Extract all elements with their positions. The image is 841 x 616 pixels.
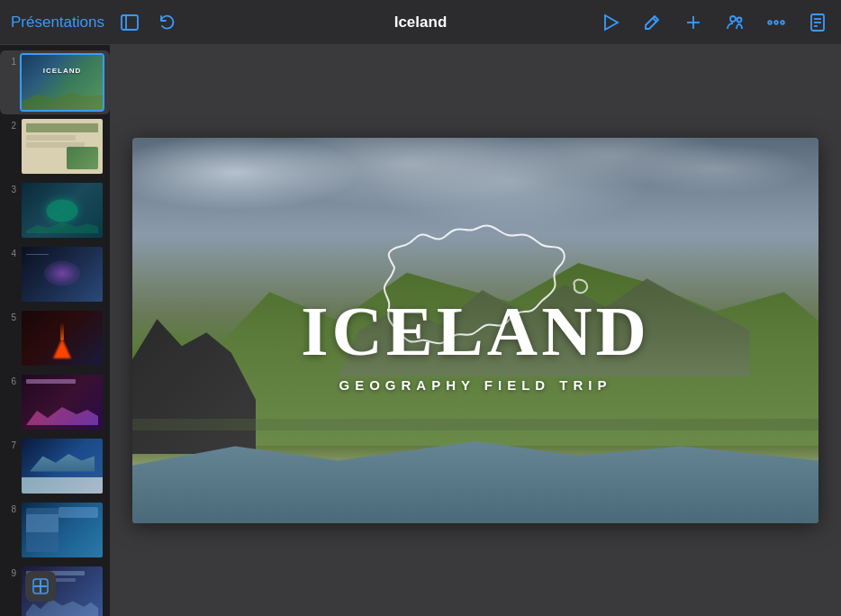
slide-item[interactable]: 5 [0, 306, 110, 370]
slide-item[interactable]: 2 [0, 114, 110, 178]
slide-thumbnail: ————— [20, 245, 104, 303]
document-icon[interactable] [805, 10, 830, 35]
undo-icon[interactable] [155, 10, 180, 35]
play-icon[interactable] [598, 10, 623, 35]
slide-item[interactable]: 4 ————— [0, 242, 110, 306]
toolbar-center: Iceland [284, 14, 556, 32]
toolbar-right [557, 10, 830, 35]
slide-panel-container: 1 ICELAND 2 [0, 45, 110, 616]
canvas-area: ICELAND GEOGRAPHY FIELD TRIP [110, 45, 841, 616]
collaborate-icon[interactable] [722, 10, 747, 35]
svg-point-6 [730, 16, 736, 22]
slide-thumbnail [20, 373, 104, 431]
sidebar-toggle-icon[interactable] [117, 10, 142, 35]
slide-subtitle: GEOGRAPHY FIELD TRIP [301, 377, 650, 393]
slide-thumbnail [20, 309, 104, 367]
slide-number: 5 [2, 313, 16, 322]
presentations-button[interactable]: Présentations [11, 14, 104, 32]
slide-item[interactable]: 1 ICELAND [0, 50, 110, 114]
slide-canvas: ICELAND GEOGRAPHY FIELD TRIP [132, 138, 818, 523]
svg-point-9 [774, 21, 778, 24]
toolbar-left: Présentations [11, 10, 284, 35]
svg-point-10 [781, 21, 784, 24]
slide-item[interactable]: 3 [0, 178, 110, 242]
slide-thumbnail [20, 501, 104, 559]
main-area: 1 ICELAND 2 [0, 45, 841, 616]
slide-item[interactable]: 8 [0, 498, 110, 562]
svg-rect-0 [122, 15, 138, 30]
slide-number: 7 [2, 440, 16, 450]
slide-panel: 1 ICELAND 2 [0, 45, 110, 616]
svg-marker-2 [605, 15, 618, 30]
slide-item[interactable]: 7 [0, 434, 110, 498]
slide-number: 3 [2, 185, 16, 195]
more-icon[interactable] [764, 10, 789, 35]
slide-thumbnail: ICELAND [20, 53, 104, 112]
slide-number: 9 [2, 568, 16, 578]
svg-point-7 [737, 17, 741, 22]
slide-number: 6 [2, 376, 16, 386]
slide-number: 1 [2, 57, 16, 67]
slide-number: 2 [2, 121, 16, 131]
svg-point-8 [768, 21, 772, 24]
slide-main-title: ICELAND [301, 296, 650, 367]
slide-thumbnail [20, 181, 104, 240]
slide-number: 4 [2, 249, 16, 258]
add-icon[interactable] [681, 10, 706, 35]
slide-item[interactable]: 6 [0, 370, 110, 434]
toolbar: Présentations Iceland [0, 0, 841, 45]
slide-thumbnail [20, 117, 104, 176]
add-slide-button[interactable] [25, 571, 56, 602]
slide-number: 8 [2, 504, 16, 514]
annotate-icon[interactable] [639, 10, 665, 35]
slide-thumbnail [20, 437, 104, 495]
document-title: Iceland [394, 14, 448, 32]
slide-text-group: ICELAND GEOGRAPHY FIELD TRIP [301, 296, 650, 393]
